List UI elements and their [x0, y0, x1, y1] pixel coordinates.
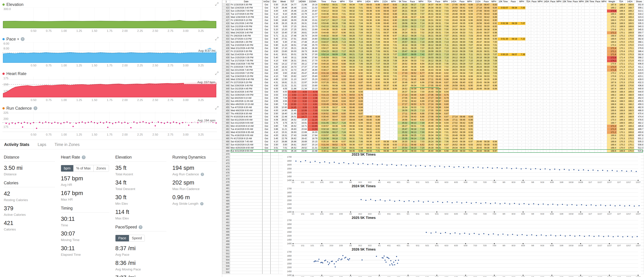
spreadsheet-cell[interactable]: 08:32	[434, 19, 442, 22]
spreadsheet-cell[interactable]: 08:36	[434, 143, 442, 146]
spreadsheet-cell[interactable]: 6.94	[355, 90, 364, 94]
spreadsheet-cell[interactable]: 26:34	[449, 31, 458, 34]
spreadsheet-cell[interactable]	[230, 162, 262, 165]
spreadsheet-cell[interactable]: 27:11	[425, 78, 434, 81]
spreadsheet-cell[interactable]	[230, 234, 262, 237]
spreadsheet-cell[interactable]	[230, 240, 262, 243]
spreadsheet-cell[interactable]: 7.02	[417, 59, 425, 62]
spreadsheet-cell[interactable]: 21.11	[279, 34, 288, 38]
spreadsheet-cell[interactable]: 08:34	[346, 16, 355, 19]
spreadsheet-cell[interactable]: -	[498, 31, 509, 34]
spreadsheet-cell[interactable]: 6.97	[390, 81, 398, 84]
spreadsheet-cell[interactable]: 356.4	[634, 34, 644, 38]
spreadsheet-cell[interactable]: 170.6	[626, 56, 634, 59]
spreadsheet-cell[interactable]: 08:37	[329, 31, 338, 34]
spreadsheet-cell[interactable]: -	[595, 103, 601, 106]
spreadsheet-cell[interactable]: 7.08	[338, 134, 346, 137]
spreadsheet-cell[interactable]: 7.06	[442, 25, 449, 28]
spreadsheet-cell[interactable]: -	[518, 97, 526, 100]
spreadsheet-cell[interactable]: -	[550, 115, 556, 118]
spreadsheet-cell[interactable]: -	[601, 16, 607, 19]
spreadsheet-cell[interactable]: 170.4	[607, 78, 617, 81]
spreadsheet-cell[interactable]: 169.4	[607, 143, 617, 146]
spreadsheet-cell[interactable]: -	[498, 150, 509, 153]
spreadsheet-cell[interactable]	[262, 206, 270, 209]
spreadsheet-cell[interactable]: Out	[262, 97, 270, 100]
spreadsheet-cell[interactable]: -	[458, 109, 466, 112]
spreadsheet-cell[interactable]: -	[449, 97, 458, 100]
row-number[interactable]: 501	[222, 249, 230, 252]
spreadsheet-cell[interactable]: 08:35	[380, 38, 390, 41]
spreadsheet-cell[interactable]: 7.02	[442, 66, 449, 69]
spreadsheet-cell[interactable]: 08:39	[364, 131, 372, 134]
spreadsheet-cell[interactable]: 08:28	[482, 56, 490, 59]
spreadsheet-cell[interactable]: -	[550, 16, 556, 19]
spreadsheet-cell[interactable]: 25:57	[425, 53, 434, 56]
spreadsheet-cell[interactable]: -	[572, 19, 578, 22]
spreadsheet-cell[interactable]: 7.04	[442, 22, 449, 25]
spreadsheet-cell[interactable]: -	[556, 25, 562, 28]
spreadsheet-cell[interactable]: 6.99	[338, 125, 346, 128]
spreadsheet-cell[interactable]: 26:24	[425, 62, 434, 66]
spreadsheet-cell[interactable]: -	[550, 100, 556, 103]
spreadsheet-cell[interactable]: Tue 2/10/2026 5:40 PM	[230, 44, 262, 47]
spreadsheet-cell[interactable]: -	[518, 118, 526, 122]
spreadsheet-cell[interactable]: 08:29	[364, 47, 372, 50]
spreadsheet-cell[interactable]: -	[550, 38, 556, 41]
spreadsheet-cell[interactable]: -	[595, 72, 601, 75]
spreadsheet-cell[interactable]: 170.1	[617, 47, 626, 50]
spreadsheet-cell[interactable]: 6.88	[417, 97, 425, 100]
spreadsheet-cell[interactable]: -	[550, 134, 556, 137]
spreadsheet-cell[interactable]: 7.06	[355, 62, 364, 66]
spreadsheet-cell[interactable]: 482.2	[634, 122, 644, 125]
spreadsheet-cell[interactable]: 169.4	[617, 6, 626, 10]
spreadsheet-cell[interactable]: -	[531, 62, 537, 66]
spreadsheet-cell[interactable]: 25:54	[398, 146, 408, 150]
spreadsheet-cell[interactable]: 7.14	[417, 22, 425, 25]
spreadsheet-cell[interactable]: 27:24	[425, 103, 434, 106]
spreadsheet-cell[interactable]: 169.4	[617, 3, 626, 6]
spreadsheet-cell[interactable]: Out	[262, 100, 270, 103]
spreadsheet-cell[interactable]: 4.10	[270, 140, 278, 143]
spreadsheet-cell[interactable]: 172.8	[607, 56, 617, 59]
spreadsheet-cell[interactable]: Out	[262, 41, 270, 44]
spreadsheet-cell[interactable]: -	[531, 53, 537, 56]
spreadsheet-cell[interactable]: 08:35	[346, 150, 355, 153]
spreadsheet-cell[interactable]: 08:44	[434, 81, 442, 84]
spreadsheet-cell[interactable]: 398.2	[634, 56, 644, 59]
spreadsheet-cell[interactable]: 27:08	[425, 118, 434, 122]
spreadsheet-cell[interactable]: 08:34	[434, 3, 442, 6]
column-header[interactable]: Pace	[329, 0, 338, 3]
spreadsheet-cell[interactable]: 6.94	[355, 125, 364, 128]
spreadsheet-cell[interactable]: 08:34	[509, 6, 518, 10]
spreadsheet-cell[interactable]: -	[543, 34, 550, 38]
column-header[interactable]: Pace	[550, 0, 556, 3]
spreadsheet-cell[interactable]: 08:47	[329, 115, 338, 118]
spreadsheet-cell[interactable]: 4.81	[308, 103, 318, 106]
spreadsheet-cell[interactable]: 26:43	[449, 75, 458, 78]
row-number[interactable]: 450	[222, 90, 230, 94]
spreadsheet-cell[interactable]: -	[509, 56, 518, 59]
spreadsheet-cell[interactable]: 4.00	[270, 90, 278, 94]
spreadsheet-cell[interactable]: 28.41	[297, 59, 308, 62]
spreadsheet-cell[interactable]: 08:37	[329, 59, 338, 62]
spreadsheet-cell[interactable]: 169.4	[626, 90, 634, 94]
spreadsheet-cell[interactable]: -	[543, 53, 550, 56]
column-header[interactable]: Weight	[607, 0, 617, 3]
spreadsheet-cell[interactable]: 08:35	[482, 38, 490, 41]
spreadsheet-cell[interactable]: -	[537, 38, 543, 41]
spreadsheet-cell[interactable]: 169.2	[626, 122, 634, 125]
column-header[interactable]: 7DA	[526, 0, 531, 3]
spreadsheet-cell[interactable]	[270, 228, 278, 230]
spreadsheet-cell[interactable]: -	[562, 100, 572, 103]
spreadsheet-cell[interactable]: 08:36	[380, 34, 390, 38]
row-number[interactable]: 475	[222, 168, 230, 171]
spreadsheet-cell[interactable]: Out	[262, 10, 270, 12]
spreadsheet-cell[interactable]: -	[518, 143, 526, 146]
row-number[interactable]: 434	[222, 41, 230, 44]
spreadsheet-cell[interactable]: -	[584, 140, 595, 143]
spreadsheet-cell[interactable]: 08:38	[329, 84, 338, 87]
spreadsheet-cell[interactable]	[262, 181, 270, 184]
spreadsheet-cell[interactable]	[262, 171, 270, 174]
spreadsheet-cell[interactable]: -	[584, 94, 595, 97]
